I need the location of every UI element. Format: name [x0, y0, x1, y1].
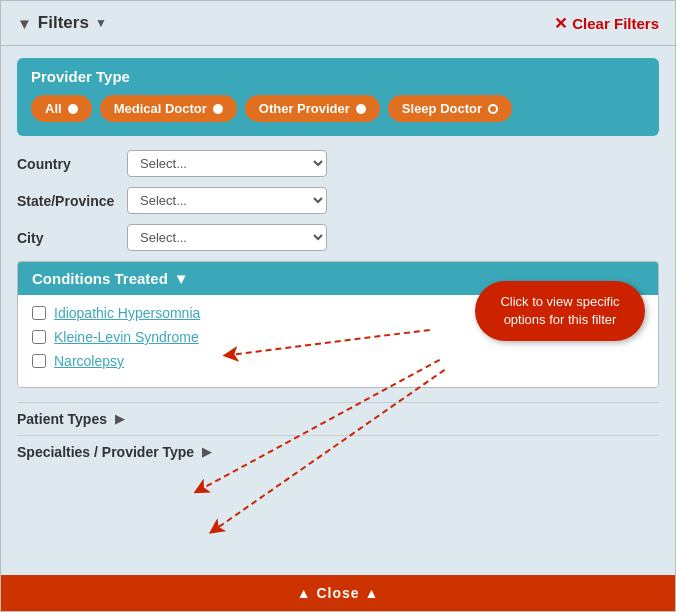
patient-types-arrow: ▶ — [115, 412, 124, 426]
country-row: Country Select... — [17, 150, 659, 177]
filters-label: Filters — [38, 13, 89, 33]
condition-checkbox-1[interactable] — [32, 306, 46, 320]
filters-panel: ▼ Filters ▼ ✕ Clear Filters Provider Typ… — [0, 0, 676, 612]
medical-radio — [213, 104, 223, 114]
specialties-title: Specialties / Provider Type — [17, 444, 194, 460]
state-label: State/Province — [17, 193, 117, 209]
patient-types-section[interactable]: Patient Types ▶ — [17, 402, 659, 435]
country-label: Country — [17, 156, 117, 172]
provider-btn-medical[interactable]: Medical Doctor — [100, 95, 237, 122]
all-label: All — [45, 101, 62, 116]
state-select[interactable]: Select... — [127, 187, 327, 214]
conditions-arrow: ▼ — [174, 270, 189, 287]
close-footer[interactable]: ▲ Close ▲ — [1, 575, 675, 611]
tooltip-text: Click to view specific options for this … — [500, 294, 619, 327]
clear-filters-label: Clear Filters — [572, 15, 659, 32]
condition-label-2[interactable]: Kleine-Levin Syndrome — [54, 329, 199, 345]
provider-btn-sleep[interactable]: Sleep Doctor — [388, 95, 512, 122]
tooltip-callout: Click to view specific options for this … — [475, 281, 645, 341]
other-label: Other Provider — [259, 101, 350, 116]
provider-btn-other[interactable]: Other Provider — [245, 95, 380, 122]
specialties-section[interactable]: Specialties / Provider Type ▶ — [17, 435, 659, 468]
clear-x-icon: ✕ — [554, 14, 567, 33]
city-row: City Select... — [17, 224, 659, 251]
panel-header: ▼ Filters ▼ ✕ Clear Filters — [1, 1, 675, 46]
filter-icon: ▼ — [17, 15, 32, 32]
condition-label-3[interactable]: Narcolepsy — [54, 353, 124, 369]
condition-checkbox-2[interactable] — [32, 330, 46, 344]
filters-title: ▼ Filters ▼ — [17, 13, 107, 33]
close-label: ▲ Close ▲ — [297, 585, 380, 601]
sleep-radio — [488, 104, 498, 114]
patient-types-title: Patient Types — [17, 411, 107, 427]
provider-type-section: Provider Type All Medical Doctor Other P… — [17, 58, 659, 136]
provider-buttons: All Medical Doctor Other Provider Sleep … — [31, 95, 645, 122]
all-radio — [68, 104, 78, 114]
provider-btn-all[interactable]: All — [31, 95, 92, 122]
clear-filters-button[interactable]: ✕ Clear Filters — [554, 14, 659, 33]
provider-type-title: Provider Type — [31, 68, 645, 85]
specialties-arrow: ▶ — [202, 445, 211, 459]
country-select[interactable]: Select... — [127, 150, 327, 177]
condition-checkbox-3[interactable] — [32, 354, 46, 368]
state-row: State/Province Select... — [17, 187, 659, 214]
medical-label: Medical Doctor — [114, 101, 207, 116]
condition-item-3: Narcolepsy — [32, 353, 644, 369]
city-label: City — [17, 230, 117, 246]
filters-dropdown-arrow[interactable]: ▼ — [95, 16, 107, 30]
sleep-label: Sleep Doctor — [402, 101, 482, 116]
condition-label-1[interactable]: Idiopathic Hypersomnia — [54, 305, 200, 321]
city-select[interactable]: Select... — [127, 224, 327, 251]
other-radio — [356, 104, 366, 114]
conditions-title: Conditions Treated — [32, 270, 168, 287]
